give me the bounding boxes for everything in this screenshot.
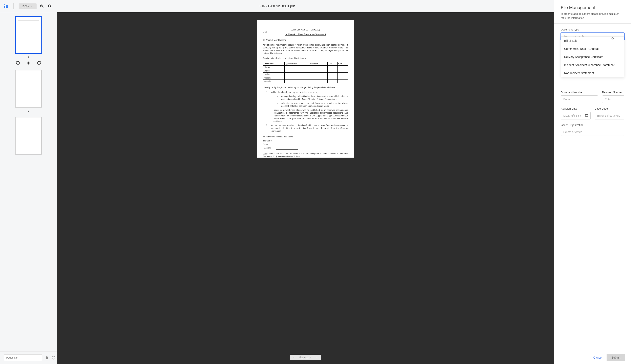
thumbnails-scroll[interactable]: (ON COMPANY LETTERHEAD) Incident/Acciden… xyxy=(0,12,57,351)
toolbar: 100% ▾ File - T900 NIS 0001.pdf xyxy=(0,0,554,12)
name-label: Name: xyxy=(263,143,274,146)
issuer-select[interactable] xyxy=(561,128,624,136)
zoom-level-value: 100% xyxy=(22,5,29,8)
table-header: CSN xyxy=(338,62,348,66)
cage-code-label: Cage Code xyxy=(595,107,624,110)
panel-subtitle: In order to add document please provide … xyxy=(561,12,624,20)
doc-note: Note: Please see also the Guidelines for… xyxy=(263,152,348,158)
trash-icon xyxy=(27,61,30,65)
doc-item-1a: damaged during, or identified as the roo… xyxy=(281,95,348,101)
toolbar-divider xyxy=(13,3,14,9)
pages-number-input[interactable] xyxy=(4,354,42,361)
svg-rect-8 xyxy=(585,114,588,115)
zoom-out-icon xyxy=(48,4,52,8)
table-header: TSN xyxy=(328,62,337,66)
table-cell: Propeller xyxy=(263,76,284,80)
document-viewer[interactable]: Date (ON COMPANY LETTERHEAD) Incident/Ac… xyxy=(57,12,554,364)
thumbnail-item: (ON COMPANY LETTERHEAD) Incident/Acciden… xyxy=(6,16,51,65)
table-cell: Engine xyxy=(263,73,284,76)
app-container: 100% ▾ File - T900 NIS 0001.pdf xyxy=(0,0,631,364)
panel-body: Document Type Bill of Sale Commercial Da… xyxy=(554,24,631,351)
thumbnail-page-number: 1 xyxy=(6,55,51,58)
thumbnails-footer xyxy=(0,351,57,364)
thumbnails-panel: (ON COMPANY LETTERHEAD) Incident/Acciden… xyxy=(0,12,57,364)
caret-down-icon: ▾ xyxy=(620,131,621,133)
zoom-out-button[interactable] xyxy=(48,4,52,9)
doc-item-1b: subjected to severe stress or heat (such… xyxy=(281,102,348,108)
thumbnail-actions xyxy=(6,61,51,65)
cage-code-input[interactable] xyxy=(595,112,624,120)
zoom-in-icon xyxy=(40,4,44,8)
doc-item-1-unless: unless its airworthiness status was re-e… xyxy=(271,109,348,123)
table-cell: Aircraft xyxy=(263,65,284,69)
panel-footer: Cancel Submit xyxy=(554,351,631,364)
file-management-panel: File Management In order to add document… xyxy=(554,0,631,364)
rotate-right-button[interactable] xyxy=(37,61,41,65)
zoom-in-button[interactable] xyxy=(40,4,45,9)
dropdown-option[interactable]: Incident / Accident Clearance Statement xyxy=(561,61,624,69)
doc-rep-heading: Authorised Airline Representative xyxy=(263,136,348,138)
page-indicator: Page 1 / 4 xyxy=(299,356,311,359)
thumbnail-item: Guidelines for understanding the Inciden… xyxy=(6,117,51,154)
page-next-button[interactable]: ﹀ xyxy=(316,356,318,359)
document-page: Date (ON COMPANY LETTERHEAD) Incident/Ac… xyxy=(257,20,354,158)
page-navigator: ︿ Page 1 / 4 ﹀ xyxy=(290,355,321,360)
panel-header: File Management In order to add document… xyxy=(554,0,631,24)
calendar-icon[interactable] xyxy=(585,114,588,118)
doc-date-label: Date xyxy=(263,30,267,33)
doc-letterhead: (ON COMPANY LETTERHEAD) xyxy=(263,28,348,31)
doc-type-dropdown: Bill of Sale Commercial Data - General D… xyxy=(561,36,624,77)
dropdown-option[interactable]: Non-Incident Statement xyxy=(561,69,624,77)
sidebar-toggle-button[interactable] xyxy=(4,4,8,8)
table-header: Type/Part No. xyxy=(284,62,309,66)
table-header: Serial No. xyxy=(309,62,328,66)
thumbnail-item: Guidelines for understanding the Inciden… xyxy=(6,70,51,112)
doc-item-2: No part has been installed on the aircra… xyxy=(271,124,348,132)
doc-item-1: Neither the aircraft, nor any part insta… xyxy=(271,91,348,94)
rev-number-input[interactable] xyxy=(602,96,624,103)
doc-number-input[interactable] xyxy=(561,96,598,103)
dropdown-option[interactable]: Delivery Acceptance Certificate xyxy=(561,53,624,61)
zoom-level-select[interactable]: 100% ▾ xyxy=(19,4,37,9)
rev-number-label: Revision Number xyxy=(602,91,624,94)
table-cell: Engine xyxy=(263,69,284,73)
rotate-right-icon xyxy=(52,356,56,360)
doc-intro: Aircraft [enter registration], details o… xyxy=(263,44,348,55)
dropdown-option[interactable]: Bill of Sale xyxy=(561,37,624,45)
doc-number-label: Document Number xyxy=(561,91,598,94)
thumbnail-page-2[interactable]: Guidelines for understanding the Inciden… xyxy=(15,70,42,108)
caret-down-icon: ▾ xyxy=(31,5,32,7)
main-section: 100% ▾ File - T900 NIS 0001.pdf xyxy=(0,0,554,364)
svg-line-1 xyxy=(43,7,43,8)
doc-config-line: Configuration details as of date of this… xyxy=(263,57,348,60)
doc-salutation: To Whom It May Concern: xyxy=(263,39,348,42)
dropdown-option[interactable]: Commercial Data - General xyxy=(561,45,624,53)
page-prev-button[interactable]: ︿ xyxy=(293,356,295,359)
issuer-label: Issuer Organization xyxy=(561,124,624,126)
thumbnail-page-1[interactable]: (ON COMPANY LETTERHEAD) Incident/Acciden… xyxy=(15,16,42,54)
footer-delete-button[interactable] xyxy=(45,356,49,360)
footer-rotate-button[interactable] xyxy=(52,356,56,360)
table-cell: Propeller xyxy=(263,80,284,83)
doc-type-label: Document Type xyxy=(561,28,624,31)
trash-icon xyxy=(45,356,49,360)
sig-label: Signature: xyxy=(263,140,274,142)
rotate-left-button[interactable] xyxy=(16,61,20,65)
table-header: Description xyxy=(263,62,284,66)
content-row: (ON COMPANY LETTERHEAD) Incident/Acciden… xyxy=(0,12,554,364)
panel-title: File Management xyxy=(561,5,624,10)
rev-date-label: Revision Date xyxy=(561,107,591,110)
submit-button[interactable]: Submit xyxy=(606,354,625,361)
file-title: File - T900 NIS 0001.pdf xyxy=(259,4,295,8)
position-label: Position: xyxy=(263,147,274,150)
thumbnail-page-number: 2 xyxy=(6,109,51,112)
doc-certify: I hereby certify that, to the best of my… xyxy=(263,86,348,89)
doc-title: Incident/Accident Clearance Statement xyxy=(263,33,348,36)
cancel-button[interactable]: Cancel xyxy=(593,356,602,359)
delete-page-button[interactable] xyxy=(26,61,31,65)
doc-config-table: Description Type/Part No. Serial No. TSN… xyxy=(263,62,348,83)
rotate-left-icon xyxy=(16,61,20,65)
rotate-right-icon xyxy=(37,61,41,65)
thumbnail-page-3[interactable]: Guidelines for understanding the Inciden… xyxy=(15,117,42,154)
svg-line-5 xyxy=(50,7,51,8)
